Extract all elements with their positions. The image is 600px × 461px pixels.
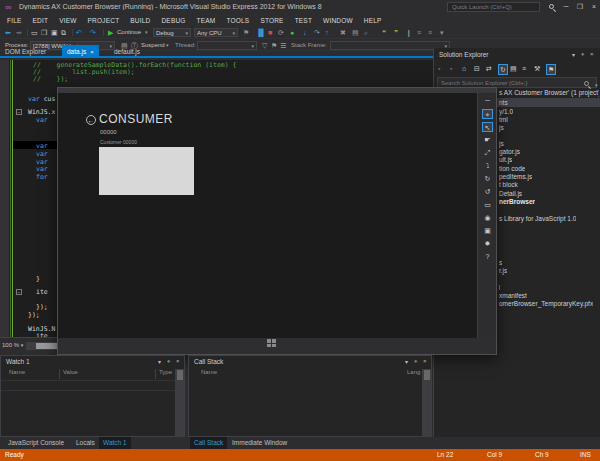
pause-icon[interactable]: ▐▌	[256, 28, 266, 37]
rotation-touch-icon[interactable]: ⤵	[482, 161, 493, 171]
rotate-counterclockwise-icon[interactable]: ↺	[482, 187, 493, 197]
menu-team[interactable]: TEAM	[197, 17, 216, 24]
debug-configuration-combo[interactable]: Debug▾	[153, 28, 191, 37]
forward-icon[interactable]: ◦	[450, 64, 452, 73]
navigate-backward-icon[interactable]: ⬅	[5, 28, 11, 37]
tab-default-js[interactable]: default.js	[109, 45, 145, 58]
watch-scrollbar[interactable]	[175, 369, 184, 437]
column-header-value[interactable]: Value	[63, 369, 78, 375]
undo-icon[interactable]: ↶	[76, 28, 82, 37]
properties-icon[interactable]: ⚒	[534, 64, 540, 73]
redo-icon[interactable]: ↷	[90, 28, 96, 37]
hex-display-icon[interactable]: ✖	[340, 28, 346, 37]
call-stack-scrollbar[interactable]	[422, 369, 431, 437]
save-icon[interactable]: ▣	[51, 28, 58, 37]
column-header-name[interactable]: Name	[9, 369, 25, 375]
watch-panel-header[interactable]: Watch 1 ▾ ⌖ ×	[1, 356, 184, 368]
quick-launch-input[interactable]: Quick Launch (Ctrl+Q)	[447, 2, 540, 12]
home-icon[interactable]: ⌂	[462, 64, 466, 73]
minimize-button[interactable]: ─	[560, 2, 572, 12]
window-position-icon[interactable]: ▾	[158, 358, 161, 365]
horizontal-scrollbar-thumb[interactable]	[36, 343, 58, 349]
basic-touch-mode-icon[interactable]: ☛	[482, 135, 493, 145]
menu-help[interactable]: HELP	[364, 17, 382, 24]
column-header-lang[interactable]: Lang	[407, 369, 420, 375]
collapse-all-icon[interactable]: ▤	[510, 64, 517, 73]
menu-test[interactable]: TEST	[295, 17, 312, 24]
save-all-icon[interactable]: ⧉	[61, 28, 66, 37]
close-icon[interactable]: ×	[590, 51, 594, 57]
menu-edit[interactable]: EDIT	[33, 17, 49, 24]
continue-icon[interactable]: ▶	[108, 28, 113, 37]
sync-with-active-document-icon[interactable]: ↻	[498, 64, 508, 75]
tool-tab-watch-1[interactable]: Watch 1	[99, 437, 131, 449]
close-button[interactable]: ×	[588, 2, 600, 12]
step-into-icon[interactable]: ↓	[303, 28, 307, 37]
pin-icon[interactable]: ⌖	[414, 358, 417, 365]
menu-build[interactable]: BUILD	[130, 17, 150, 24]
call-stack-panel-header[interactable]: Call Stack ▾ ⌖ ×	[189, 356, 431, 368]
tool-tab-call-stack[interactable]: Call Stack	[190, 437, 227, 449]
new-file-icon[interactable]: ▭	[31, 28, 38, 37]
navigate-forward-icon[interactable]: ➡	[16, 28, 22, 37]
close-tab-icon[interactable]: ×	[90, 49, 94, 55]
minimize-simulator-icon[interactable]: ─	[482, 96, 493, 106]
thread-combo[interactable]: ▾	[197, 41, 257, 50]
outdent-icon[interactable]: ≡	[428, 28, 432, 37]
quick-launch-search-icon[interactable]	[549, 4, 554, 9]
pin-icon[interactable]: ⌖	[167, 358, 170, 365]
screenshot-settings-icon[interactable]: ✸	[482, 239, 493, 249]
indent-icon[interactable]: ≡	[417, 28, 421, 37]
menu-tools[interactable]: TOOLS	[226, 17, 249, 24]
open-file-icon[interactable]: ❐	[41, 28, 47, 37]
suspend-dropdown-icon[interactable]: ▾	[166, 41, 169, 50]
menu-project[interactable]: PROJECT	[88, 17, 120, 24]
copy-screenshot-icon[interactable]: ▣	[482, 226, 493, 236]
search-dropdown-icon[interactable]: ▾	[592, 80, 598, 88]
change-resolution-icon[interactable]: ▭	[482, 200, 493, 210]
comment-icon[interactable]: ❝	[382, 28, 386, 37]
menu-view[interactable]: VIEW	[59, 17, 76, 24]
breakpoint-margin[interactable]	[0, 60, 9, 337]
uncomment-icon[interactable]: ❞	[394, 28, 398, 37]
more-options-icon[interactable]: ▾	[440, 28, 444, 37]
simulator-window[interactable]: ← CONSUMER 00000 Customer 00000 ─⌖↖☛⤢⤵↻↺…	[57, 87, 497, 355]
pending-changes-filter-icon[interactable]: ⇄	[486, 64, 492, 73]
windows-button-icon[interactable]	[267, 339, 276, 347]
editor-zoom-control[interactable]: 100 % ▾	[2, 342, 23, 348]
menu-file[interactable]: FILE	[7, 17, 22, 24]
restore-button[interactable]: ❐	[574, 2, 586, 12]
output-window-icon[interactable]: ▤	[352, 28, 359, 37]
menu-window[interactable]: WINDOW	[323, 17, 353, 24]
mouse-mode-icon[interactable]: ↖	[482, 122, 493, 132]
menu-store[interactable]: STORE	[260, 17, 283, 24]
platform-combo[interactable]: Any CPU▾	[194, 28, 238, 37]
step-over-icon[interactable]: ↷	[314, 28, 320, 37]
preview-selected-icon[interactable]: ⚑	[546, 64, 556, 75]
continue-dropdown-icon[interactable]: ▾	[145, 28, 148, 37]
continue-button[interactable]: Continue	[117, 28, 141, 37]
tool-tab-immediate-window[interactable]: Immediate Window	[228, 437, 291, 449]
filter-threads-icon[interactable]: ▽	[262, 41, 267, 50]
rotate-clockwise-icon[interactable]: ↻	[482, 174, 493, 184]
breakpoint-window-icon[interactable]: ⚑	[243, 28, 249, 37]
back-icon[interactable]: ◦	[438, 64, 440, 73]
pin-icon[interactable]: ⌖	[581, 51, 584, 58]
app-back-button[interactable]: ←	[86, 115, 96, 125]
restart-icon[interactable]: ⟳	[278, 28, 284, 37]
show-all-files-icon[interactable]: ≡	[522, 64, 526, 73]
pinch-zoom-touch-icon[interactable]: ⤢	[482, 148, 493, 158]
tab-data-js[interactable]: data.js×	[62, 45, 99, 58]
code-fold-collapse-icon[interactable]: −	[16, 289, 22, 295]
code-fold-collapse-icon[interactable]: −	[16, 109, 22, 115]
tool-tab-javascript-console[interactable]: JavaScript Console	[4, 437, 68, 449]
bookmark-icon[interactable]: ❙	[406, 28, 412, 37]
step-out-icon[interactable]: ↑	[325, 28, 329, 37]
set-location-icon[interactable]: ◉	[482, 213, 493, 223]
stop-icon[interactable]: ■	[268, 28, 272, 37]
window-position-icon[interactable]: ▾	[405, 358, 408, 365]
stack-frame-combo[interactable]: ▾	[330, 41, 450, 50]
menu-debug[interactable]: DEBUG	[161, 17, 185, 24]
help-icon[interactable]: ?	[482, 252, 493, 262]
window-position-icon[interactable]: ▾	[572, 51, 575, 58]
